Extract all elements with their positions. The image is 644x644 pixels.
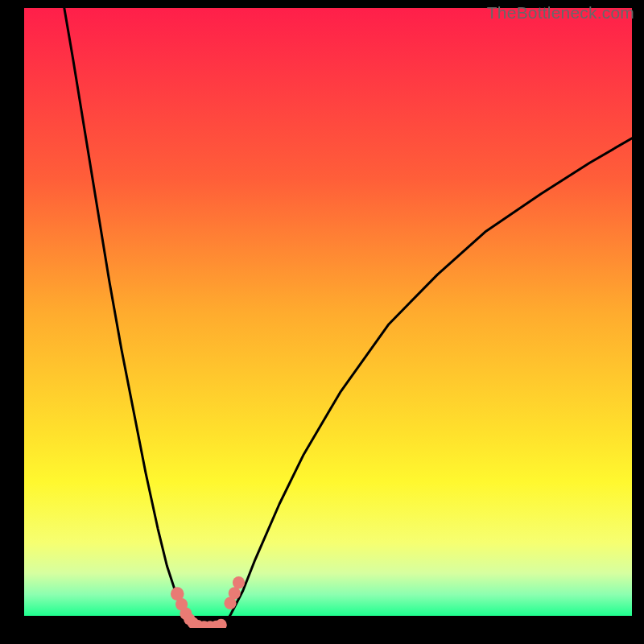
chart-stage: TheBottleneck.com [0,0,644,644]
plot-area [24,8,632,628]
data-marker [215,619,226,628]
curve-layer [24,8,632,628]
watermark-text: TheBottleneck.com [487,3,634,23]
bottleneck-curve [64,8,632,627]
data-marker [233,576,245,588]
